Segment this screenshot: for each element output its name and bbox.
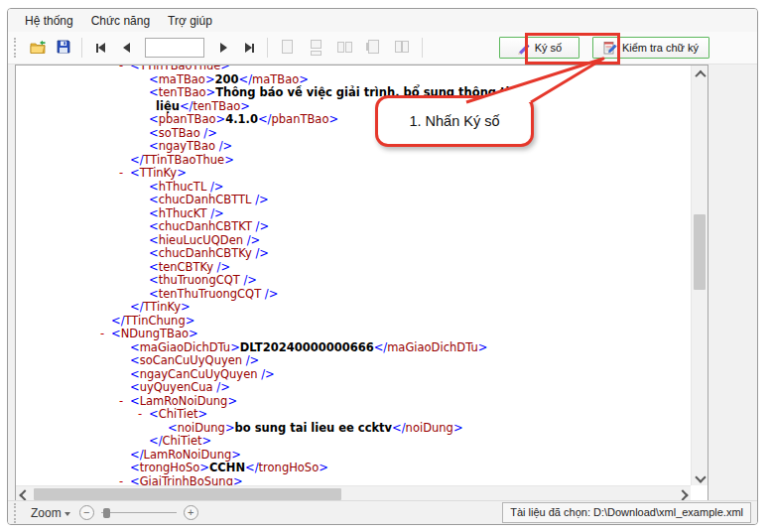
first-record-button[interactable]	[89, 38, 111, 58]
last-record-icon	[245, 43, 252, 53]
toolbar-grip[interactable]	[14, 38, 21, 58]
cover-page-view-icon	[366, 40, 381, 56]
xml-line: <pbanTBao>4.1.0</pbanTBao>	[16, 113, 691, 127]
callout-bubble: 1. Nhấn Ký số	[375, 95, 534, 147]
vertical-scrollbar[interactable]	[691, 66, 708, 485]
xml-line: </LamRoNoiDung>	[16, 449, 691, 463]
xml-line: -<LamRoNoiDung>	[16, 395, 691, 409]
xml-line: -<GiaiTrinhBoSung>	[16, 475, 691, 486]
xml-tool-window: Hệ thốngChức năngTrợ giúp	[7, 8, 758, 525]
xml-line: -<NDungTBao>	[16, 328, 691, 341]
collapse-toggle[interactable]: -	[119, 395, 130, 409]
bottom-bar: Zoom − + Tài liệu đã chọn: D:\Download\x…	[8, 500, 757, 524]
toolbar-separator	[81, 38, 82, 58]
xml-line: <chucDanhCBTTL />	[16, 194, 691, 207]
xml-line: liệu</tenTBao>	[16, 100, 691, 114]
save-file-button[interactable]	[52, 37, 75, 59]
callout-text: 1. Nhấn Ký số	[409, 113, 499, 129]
zoom-slider-handle[interactable]	[103, 508, 110, 518]
xml-line: </TTinKy>	[16, 301, 691, 315]
chevron-left-icon	[19, 489, 30, 500]
xml-line: <trongHoSo>CCHN</trongHoSo>	[16, 462, 691, 475]
toolbar: Ký số Kiểm tra chữ ký	[8, 32, 757, 65]
collapse-toggle[interactable]: -	[119, 66, 130, 73]
toolbar-separator	[422, 38, 423, 58]
xml-line: </TTinChung>	[16, 315, 691, 329]
page-view-group	[273, 40, 417, 56]
collapse-toggle[interactable]: -	[119, 167, 130, 181]
xml-line: -<TTinTBaoThue>	[16, 66, 691, 73]
book-view-icon	[395, 40, 410, 56]
zoom-in-button[interactable]: +	[184, 505, 198, 520]
single-page-view-icon	[280, 40, 295, 56]
menu-item[interactable]: Chức năng	[82, 11, 159, 31]
xml-line: </ChiTiet>	[16, 435, 691, 449]
xml-line: <chucDanhCBTKT />	[16, 220, 691, 234]
facing-pages-view-icon	[337, 40, 352, 56]
last-record-button[interactable]	[238, 38, 260, 58]
zoom-label: Zoom	[31, 506, 62, 520]
xml-line: <hThucTL />	[16, 181, 691, 195]
xml-line: <tenTBao>Thông báo về việc giải trình, b…	[16, 86, 691, 100]
scroll-down-button[interactable]	[692, 468, 708, 485]
xml-line: <chucDanhCBTKy />	[16, 247, 691, 261]
status-file-path: Tài liệu đã chọn: D:\Download\xml_exampl…	[502, 502, 751, 523]
next-record-button[interactable]	[212, 38, 234, 58]
xml-line: <hieuLucUQDen />	[16, 234, 691, 248]
collapse-toggle[interactable]: -	[138, 408, 149, 422]
xml-viewer-panel: -<TTinTBaoThue><maTBao>200</maTBao><tenT…	[15, 65, 708, 503]
xml-line: <ngayTBao />	[16, 140, 691, 154]
xml-line: -<TTinKy>	[16, 167, 691, 181]
previous-record-icon	[123, 43, 130, 53]
menu-item[interactable]: Hệ thống	[16, 11, 82, 31]
scroll-up-button[interactable]	[692, 66, 708, 82]
menu-bar: Hệ thốngChức năngTrợ giúp	[8, 9, 757, 32]
xml-line: <maGiaoDichDTu>DLT20240000000666</maGiao…	[16, 341, 691, 355]
xml-line: <soTBao />	[16, 127, 691, 141]
xml-line: </TTinTBaoThue>	[16, 154, 691, 168]
menu-item[interactable]: Trợ giúp	[159, 11, 221, 31]
chevron-up-icon	[695, 69, 706, 80]
continuous-view-icon	[309, 40, 323, 56]
verify-button-label: Kiểm tra chữ ký	[622, 42, 699, 54]
chevron-right-icon	[677, 489, 688, 500]
xml-line: <ngayCanCuUyQuyen />	[16, 368, 691, 382]
xml-line: <hThucKT />	[16, 207, 691, 221]
save-floppy-icon	[57, 40, 70, 57]
zoom-out-button[interactable]: −	[79, 505, 94, 520]
collapse-toggle[interactable]: -	[100, 328, 111, 341]
xml-line: <thuTruongCQT />	[16, 274, 691, 288]
zoom-dropdown-caret-icon[interactable]	[64, 512, 70, 516]
collapse-toggle[interactable]: -	[119, 475, 130, 486]
xml-line: <maTBao>200</maTBao>	[16, 73, 691, 87]
open-file-button[interactable]	[26, 37, 50, 59]
horizontal-scroll-thumb[interactable]	[34, 488, 341, 500]
open-folder-icon	[30, 40, 47, 57]
application-window: Hệ thốngChức năngTrợ giúp	[0, 0, 772, 532]
xml-viewport: -<TTinTBaoThue><maTBao>200</maTBao><tenT…	[16, 66, 691, 485]
vertical-scroll-thumb[interactable]	[694, 214, 706, 290]
toolbar-separator	[267, 38, 268, 58]
zoom-slider-track	[101, 512, 177, 513]
bottombar-grip[interactable]	[14, 503, 21, 523]
xml-line: <uyQuyenCua />	[16, 381, 691, 395]
xml-line: <tenCBTKy />	[16, 261, 691, 275]
xml-content: -<TTinTBaoThue><maTBao>200</maTBao><tenT…	[16, 66, 691, 485]
previous-record-button[interactable]	[115, 38, 137, 58]
zoom-slider[interactable]	[101, 505, 177, 520]
xml-line: <tenThuTruongCQT />	[16, 288, 691, 302]
xml-line: <noiDung>bo sung tai lieu ee ccktv</noiD…	[16, 422, 691, 436]
page-number-input[interactable]	[145, 38, 204, 58]
highlight-rectangle	[525, 33, 620, 65]
chevron-down-icon	[695, 471, 706, 482]
xml-line: <soCanCuUyQuyen />	[16, 354, 691, 368]
next-record-icon	[220, 43, 227, 53]
xml-line: -<ChiTiet>	[16, 408, 691, 422]
